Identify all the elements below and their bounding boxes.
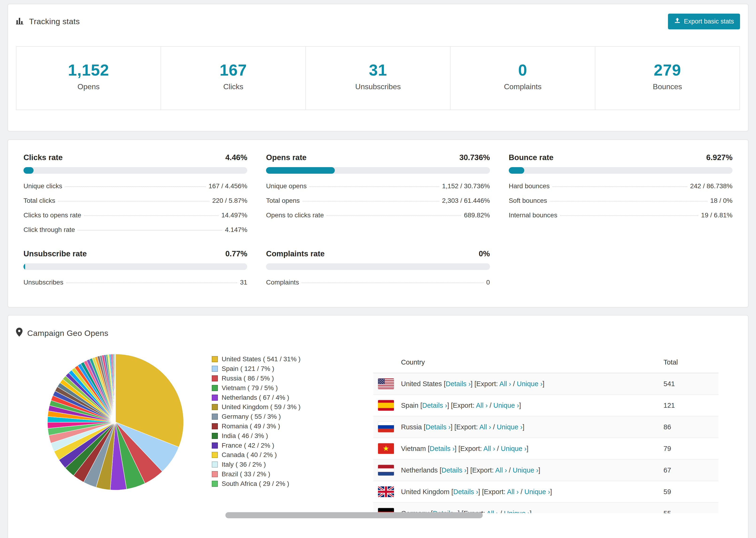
legend-item: Germany ( 55 / 3% ) [212, 412, 330, 422]
total-cell: 121 [664, 402, 714, 409]
progress-bar-fill [509, 167, 524, 174]
legend-label: Netherlands ( 67 / 4% ) [222, 394, 289, 402]
geo-table: Country Total United States [Details ›] … [373, 351, 719, 513]
rate-card-unsubscribe: Unsubscribe rate0.77%Unsubscribes31 [24, 249, 247, 290]
export-unique-link[interactable]: Unique › [513, 466, 538, 474]
bar-chart-icon [16, 17, 25, 26]
geo-section-title: Campaign Geo Opens [27, 329, 108, 338]
details-link[interactable]: Details › [442, 466, 466, 474]
dotted-leader [78, 230, 222, 231]
rate-title: Complaints rate [266, 249, 324, 258]
details-link[interactable]: Details › [426, 423, 451, 431]
export-all-link[interactable]: All › [476, 402, 488, 409]
dotted-leader [65, 187, 206, 187]
rate-row: Unique opens1,152 / 30.736% [266, 179, 490, 193]
summary-boxes: 1,152Opens167Clicks31Unsubscribes0Compla… [16, 46, 740, 110]
export-all-link[interactable]: All › [483, 445, 495, 452]
legend-item: Spain ( 121 / 7% ) [212, 364, 330, 374]
export-all-link[interactable]: All › [479, 423, 491, 431]
rate-row-label: Unique clicks [24, 183, 62, 190]
table-row: Netherlands [Details ›] [Export: All › /… [373, 459, 719, 481]
flag-icon-us [378, 378, 394, 389]
rate-row: Opens to clicks rate689.82% [266, 208, 490, 223]
rate-row-value: 31 [240, 279, 247, 286]
progress-bar-track [509, 167, 732, 174]
export-unique-link[interactable]: Unique › [501, 445, 527, 452]
export-all-link[interactable]: All › [486, 510, 498, 513]
stat-label: Bounces [595, 82, 739, 91]
stat-label: Opens [17, 82, 161, 91]
rate-row-value: 167 / 4.456% [208, 183, 247, 190]
stat-box: 279Bounces [595, 46, 740, 110]
rate-row-label: Unique opens [266, 183, 307, 190]
country-links: Vietnam [Details ›] [Export: All › / Uni… [401, 445, 528, 453]
export-all-link[interactable]: All › [495, 466, 507, 474]
export-unique-link[interactable]: Unique › [497, 423, 523, 431]
progress-bar-track [24, 167, 247, 174]
rate-percentage: 30.736% [459, 153, 490, 162]
table-row: Spain [Details ›] [Export: All › / Uniqu… [373, 395, 719, 416]
rate-row-label: Click through rate [24, 226, 75, 234]
export-all-link[interactable]: All › [507, 488, 519, 496]
rate-row: Unsubscribes31 [24, 275, 247, 290]
rate-card-clicks: Clicks rate4.46%Unique clicks167 / 4.456… [24, 153, 247, 237]
export-unique-link[interactable]: Unique › [524, 488, 550, 496]
legend-item: France ( 42 / 2% ) [212, 441, 330, 450]
export-all-link[interactable]: All › [499, 380, 511, 388]
flag-icon-gb [378, 486, 394, 497]
legend-label: Romania ( 49 / 3% ) [222, 422, 280, 430]
progress-bar-fill [24, 263, 25, 270]
progress-bar-fill [24, 167, 33, 174]
country-links: Russia [Details ›] [Export: All › / Uniq… [401, 423, 524, 431]
rate-row-label: Unsubscribes [24, 279, 63, 286]
rate-title: Opens rate [266, 153, 306, 162]
dotted-leader [553, 187, 687, 187]
rate-row-label: Hard bounces [509, 183, 550, 190]
legend-label: Brazil ( 33 / 2% ) [222, 470, 270, 478]
rate-row-label: Clicks to opens rate [24, 211, 81, 219]
rate-card-opens: Opens rate30.736%Unique opens1,152 / 30.… [266, 153, 490, 237]
legend-swatch [212, 471, 218, 477]
rates-card: Clicks rate4.46%Unique clicks167 / 4.456… [8, 139, 748, 307]
rate-row: Click through rate4.147% [24, 223, 247, 237]
rate-row-label: Complaints [266, 279, 299, 286]
rate-row-label: Total clicks [24, 197, 55, 204]
country-links: Spain [Details ›] [Export: All › / Uniqu… [401, 402, 521, 409]
legend-swatch [212, 395, 218, 401]
country-cell: Netherlands [Details ›] [Export: All › /… [378, 465, 664, 476]
details-link[interactable]: Details › [446, 380, 470, 388]
legend-swatch [212, 413, 218, 420]
rate-row-value: 1,152 / 30.736% [442, 183, 490, 190]
dotted-leader [550, 201, 707, 201]
rate-row: Clicks to opens rate14.497% [24, 208, 247, 223]
legend-item: United Kingdom ( 59 / 3% ) [212, 402, 330, 412]
country-links: United Kingdom [Details ›] [Export: All … [401, 488, 552, 496]
horizontal-scrollbar-thumb[interactable] [225, 512, 483, 518]
rate-row: Total opens2,303 / 61.446% [266, 193, 490, 208]
legend-swatch [212, 433, 218, 439]
export-unique-link[interactable]: Unique › [517, 380, 543, 388]
stat-value: 167 [161, 61, 305, 79]
country-cell: United States [Details ›] [Export: All ›… [378, 378, 664, 389]
rate-row-value: 689.82% [464, 211, 490, 219]
page-title: Tracking stats [29, 17, 80, 26]
export-unique-link[interactable]: Unique › [493, 402, 519, 409]
details-link[interactable]: Details › [422, 402, 447, 409]
geo-pie-svg [45, 351, 186, 493]
rate-row-value: 2,303 / 61.446% [442, 197, 490, 204]
legend-item: Vietnam ( 79 / 5% ) [212, 383, 330, 393]
details-link[interactable]: Details › [430, 445, 455, 452]
geo-table-header: Country Total [373, 351, 719, 373]
tracking-stats-card: Tracking stats Export basic stats 1,152O… [8, 4, 748, 132]
country-cell: Russia [Details ›] [Export: All › / Uniq… [378, 422, 664, 432]
legend-swatch [212, 452, 218, 458]
rate-title: Bounce rate [509, 153, 554, 162]
details-link[interactable]: Details › [453, 488, 478, 496]
export-basic-stats-button[interactable]: Export basic stats [668, 14, 740, 29]
stat-box: 167Clicks [161, 46, 306, 110]
legend-label: South Africa ( 29 / 2% ) [222, 480, 289, 488]
rate-percentage: 4.46% [225, 153, 247, 162]
tracking-stats-title-row: Tracking stats [16, 17, 80, 26]
rate-row: Soft bounces18 / 0% [509, 193, 732, 208]
export-unique-link[interactable]: Unique › [504, 510, 530, 513]
